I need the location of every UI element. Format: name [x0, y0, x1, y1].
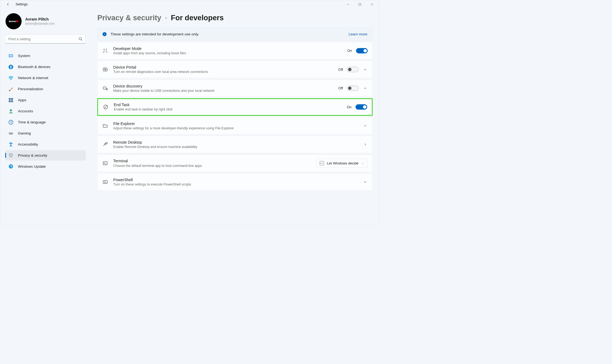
monitor-icon	[8, 53, 14, 59]
discovery-icon	[102, 85, 108, 91]
svg-rect-3	[9, 55, 12, 57]
terminal-default-dropdown[interactable]: Let Windows decide	[316, 159, 368, 168]
sidebar-item-privacy-security[interactable]: Privacy & security	[5, 150, 86, 160]
toggle-state: Off	[338, 86, 343, 90]
terminal-icon	[102, 160, 108, 166]
avatar-brand: lenovo	[9, 20, 16, 23]
remote-icon	[102, 141, 108, 147]
back-button[interactable]	[5, 2, 11, 7]
svg-point-17	[9, 164, 13, 169]
expand-button[interactable]	[363, 123, 368, 128]
prohibit-icon	[103, 104, 109, 110]
sidebar-item-time-language[interactable]: Time & language	[5, 117, 86, 127]
minimize-button[interactable]	[342, 0, 354, 9]
content: Privacy & security › For developers i Th…	[91, 9, 379, 226]
svg-rect-13	[9, 132, 13, 134]
device-portal-toggle[interactable]	[347, 67, 359, 72]
sidebar-item-apps[interactable]: Apps	[5, 95, 86, 105]
card-title: Device discovery	[113, 84, 333, 89]
svg-rect-8	[11, 98, 13, 100]
svg-rect-19	[103, 87, 106, 89]
wifi-icon	[8, 75, 14, 81]
card-title: End Task	[114, 103, 342, 107]
card-subtitle: Enable end task in taskbar by right clic…	[114, 107, 342, 111]
accessibility-icon	[8, 142, 14, 147]
titlebar: Settings	[0, 0, 379, 9]
sidebar-item-accounts[interactable]: Accounts	[5, 106, 86, 116]
developer-mode-card[interactable]: Developer Mode Install apps from any sou…	[97, 42, 373, 59]
card-title: File Explorer	[113, 122, 358, 126]
sidebar-item-label: Time & language	[18, 120, 46, 124]
breadcrumb-parent[interactable]: Privacy & security	[97, 14, 161, 22]
remote-desktop-card[interactable]: Remote Desktop Enable Remote Desktop and…	[97, 136, 373, 153]
search-icon	[79, 37, 83, 41]
profile-email: avram@example.com	[25, 22, 55, 25]
card-title: Device Portal	[113, 65, 333, 70]
card-subtitle: Install apps from any source, including …	[113, 51, 342, 55]
device-discovery-toggle[interactable]	[347, 86, 359, 91]
card-subtitle: Turn on remote diagnostics over local ar…	[113, 70, 333, 74]
grid-icon	[8, 97, 14, 103]
developer-mode-toggle[interactable]	[356, 48, 368, 53]
info-banner: i These settings are intended for develo…	[97, 28, 373, 41]
sidebar-item-label: System	[18, 54, 30, 58]
sidebar-item-label: Accounts	[18, 109, 33, 113]
powershell-card[interactable]: PowerShell Turn on these settings to exe…	[97, 173, 373, 191]
end-task-toggle[interactable]	[356, 104, 367, 110]
sidebar: lenovo Avram Piltch avram@example.com Sy…	[0, 9, 91, 226]
gamepad-icon	[8, 131, 14, 136]
svg-point-15	[11, 133, 12, 134]
card-subtitle: Make your device visible to USB connecti…	[113, 89, 333, 93]
svg-rect-22	[106, 143, 107, 144]
sidebar-item-network[interactable]: Network & internet	[5, 73, 86, 83]
svg-rect-10	[11, 100, 13, 102]
card-title: Terminal	[113, 159, 311, 163]
sidebar-item-bluetooth[interactable]: Bluetooth & devices	[5, 62, 86, 72]
card-subtitle: Adjust these settings for a more develop…	[113, 126, 358, 130]
card-title: Developer Mode	[113, 46, 342, 51]
expand-button[interactable]	[363, 86, 368, 91]
sidebar-item-system[interactable]: System	[5, 51, 86, 61]
brush-icon	[8, 86, 14, 92]
svg-point-16	[10, 142, 11, 143]
svg-point-1	[79, 38, 82, 40]
heartbeat-icon	[102, 66, 108, 72]
settings-window: Settings lenovo Avram Piltch avram@examp…	[0, 0, 379, 226]
navigate-button[interactable]	[363, 142, 368, 147]
card-subtitle: Turn on these settings to execute PowerS…	[113, 183, 358, 186]
svg-rect-23	[103, 162, 107, 165]
learn-more-link[interactable]: Learn more	[349, 32, 367, 36]
sidebar-item-windows-update[interactable]: Windows Update	[5, 161, 86, 171]
svg-rect-9	[9, 100, 11, 102]
svg-rect-7	[9, 98, 11, 100]
sidebar-item-label: Privacy & security	[18, 153, 47, 157]
profile[interactable]: lenovo Avram Piltch avram@example.com	[5, 12, 86, 34]
toggle-state: On	[347, 105, 351, 109]
sidebar-item-personalization[interactable]: Personalization	[5, 84, 86, 94]
sidebar-item-gaming[interactable]: Gaming	[5, 128, 86, 138]
cmd-icon	[320, 161, 324, 165]
sidebar-item-label: Network & internet	[18, 76, 48, 80]
device-discovery-card[interactable]: Device discovery Make your device visibl…	[97, 80, 373, 97]
card-title: PowerShell	[113, 178, 358, 182]
file-explorer-card[interactable]: File Explorer Adjust these settings for …	[97, 117, 373, 134]
expand-button[interactable]	[363, 180, 368, 185]
toggle-state: Off	[338, 68, 343, 72]
close-button[interactable]	[366, 0, 378, 9]
tools-icon	[102, 48, 108, 54]
device-portal-card[interactable]: Device Portal Turn on remote diagnostics…	[97, 61, 373, 78]
svg-point-14	[10, 133, 10, 134]
svg-rect-0	[359, 3, 361, 5]
search-input[interactable]	[5, 34, 86, 44]
info-text: These settings are intended for developm…	[111, 32, 199, 36]
end-task-card[interactable]: End Task Enable end task in taskbar by r…	[97, 98, 373, 116]
powershell-icon	[102, 179, 108, 185]
expand-button[interactable]	[363, 67, 368, 72]
terminal-card[interactable]: Terminal Choose the default terminal app…	[97, 154, 373, 172]
bluetooth-icon	[8, 64, 14, 70]
nav: System Bluetooth & devices Network & int…	[5, 51, 86, 172]
sidebar-item-accessibility[interactable]: Accessibility	[5, 139, 86, 149]
maximize-button[interactable]	[354, 0, 366, 9]
avatar: lenovo	[5, 13, 22, 29]
person-icon	[8, 109, 14, 114]
